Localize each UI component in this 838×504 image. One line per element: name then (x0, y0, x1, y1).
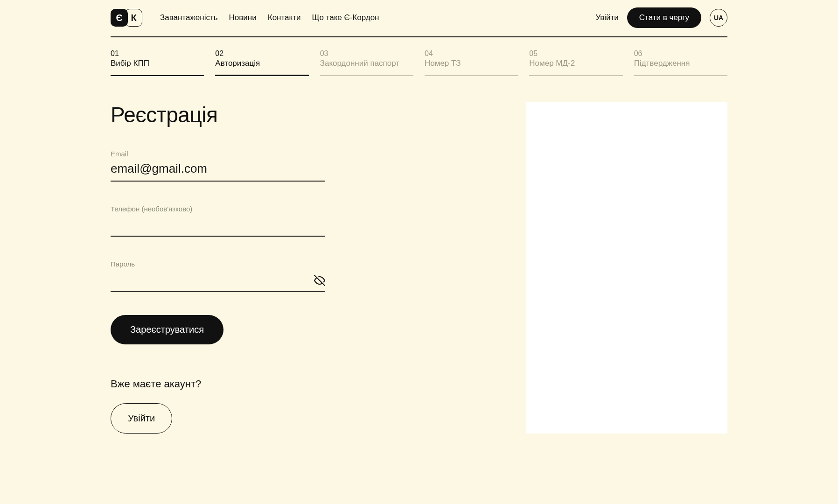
password-input[interactable] (111, 270, 325, 292)
page-title: Реєстрація (111, 102, 325, 127)
password-field-group: Пароль (111, 260, 325, 292)
logo-right-icon: К (125, 9, 142, 27)
email-label: Email (111, 150, 325, 158)
phone-label: Телефон (необов'язково) (111, 205, 325, 213)
stepper: 01 Вибір КПП 02 Авторизація 03 Закордонн… (111, 37, 727, 80)
step-label: Закордонний паспорт (320, 59, 413, 68)
step-4: 04 Номер ТЗ (425, 49, 518, 76)
side-panel (526, 102, 727, 434)
step-6: 06 Підтвердження (634, 49, 727, 76)
register-button[interactable]: Зареєструватися (111, 315, 223, 344)
email-input[interactable] (111, 160, 325, 182)
step-label: Підтвердження (634, 59, 727, 68)
primary-nav: Завантаженість Новини Контакти Що таке Є… (160, 13, 379, 22)
step-3: 03 Закордонний паспорт (320, 49, 413, 76)
site-header: Є К Завантаженість Новини Контакти Що та… (111, 0, 727, 37)
step-1[interactable]: 01 Вибір КПП (111, 49, 204, 76)
email-field-group: Email (111, 150, 325, 182)
step-number: 06 (634, 49, 727, 58)
login-button[interactable]: Увійти (111, 403, 172, 434)
step-number: 01 (111, 49, 204, 58)
nav-news[interactable]: Новини (229, 13, 257, 22)
step-number: 04 (425, 49, 518, 58)
nav-load[interactable]: Завантаженість (160, 13, 218, 22)
phone-input[interactable] (111, 215, 325, 237)
phone-field-group: Телефон (необов'язково) (111, 205, 325, 237)
nav-contacts[interactable]: Контакти (268, 13, 301, 22)
step-label: Номер МД-2 (529, 59, 622, 68)
step-label: Вибір КПП (111, 59, 204, 68)
language-switcher[interactable]: UA (710, 9, 727, 27)
nav-about[interactable]: Що таке Є-Кордон (312, 13, 379, 22)
step-label: Авторизація (215, 59, 308, 68)
toggle-password-visibility-icon[interactable] (314, 275, 325, 286)
step-number: 02 (215, 49, 308, 58)
header-login-link[interactable]: Увійти (595, 13, 618, 22)
step-number: 05 (529, 49, 622, 58)
already-have-account-title: Вже маєте акаунт? (111, 378, 325, 390)
eye-off-icon (314, 275, 325, 286)
password-label: Пароль (111, 260, 325, 268)
step-2[interactable]: 02 Авторизація (215, 49, 308, 76)
logo[interactable]: Є К (111, 9, 142, 27)
step-number: 03 (320, 49, 413, 58)
queue-button[interactable]: Стати в чергу (627, 7, 701, 28)
step-label: Номер ТЗ (425, 59, 518, 68)
step-5: 05 Номер МД-2 (529, 49, 622, 76)
